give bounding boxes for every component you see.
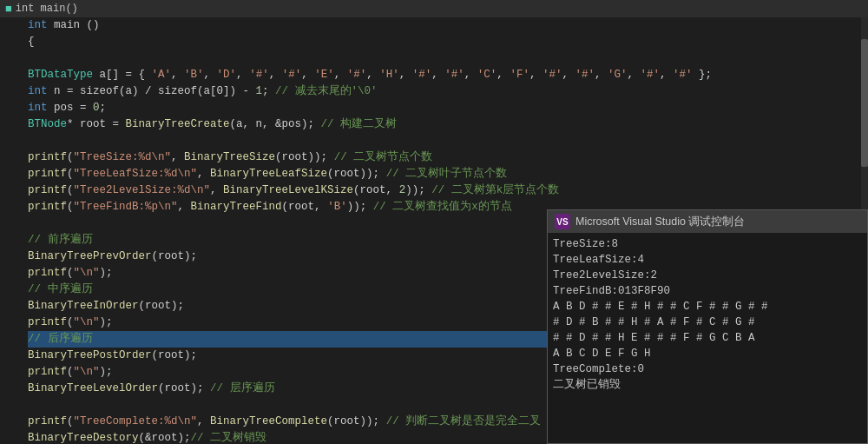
console-line: TreeComplete:0: [553, 361, 862, 377]
console-title-bar: VS Microsoft Visual Studio 调试控制台: [548, 210, 867, 233]
scrollbar-thumb[interactable]: [861, 39, 868, 167]
console-line: A B D # # E # H # # C F # # G # #: [553, 299, 862, 315]
console-line: 二叉树已销毁: [553, 377, 862, 393]
console-line: # # D # # H E # # # F # G C B A: [553, 330, 862, 346]
code-line: int pos = 0;: [28, 100, 865, 116]
console-content: TreeSize:8TreeLeafSize:4Tree2LevelSize:2…: [548, 233, 867, 443]
code-line: printf("TreeSize:%d\n", BinaryTreeSize(r…: [28, 149, 865, 166]
vs-icon: VS: [555, 214, 570, 229]
console-line: # D # B # # H # A # F # C # G #: [553, 315, 862, 330]
code-line: printf("TreeLeafSize:%d\n", BinaryTreeLe…: [28, 166, 865, 182]
code-line: printf("Tree2LevelSize:%d\n", BinaryTree…: [28, 182, 865, 199]
console-line: TreeFindB:013F8F90: [553, 283, 862, 299]
title-icon: ■: [5, 3, 12, 16]
console-line: A B C D E F G H: [553, 346, 862, 361]
title-bar: ■ int main(): [0, 0, 868, 17]
console-window: VS Microsoft Visual Studio 调试控制台 TreeSiz…: [547, 209, 868, 444]
code-line: {: [28, 34, 865, 50]
code-line: int n = sizeof(a) / sizeof(a[0]) - 1; //…: [28, 83, 865, 100]
code-line: [28, 133, 865, 149]
console-title: Microsoft Visual Studio 调试控制台: [575, 215, 745, 229]
code-line: BTNode* root = BinaryTreeCreate(a, n, &p…: [28, 116, 865, 133]
console-line: TreeSize:8: [553, 236, 862, 252]
code-line: BTDataType a[] = { 'A', 'B', 'D', '#', '…: [28, 67, 865, 83]
console-line: Tree2LevelSize:2: [553, 268, 862, 283]
code-editor: ■ int main() int main (){ BTDataType a[]…: [0, 0, 868, 444]
title-text: int main(): [16, 3, 78, 15]
code-line: int main (): [28, 17, 865, 34]
console-line: TreeLeafSize:4: [553, 252, 862, 268]
code-line: [28, 50, 865, 67]
